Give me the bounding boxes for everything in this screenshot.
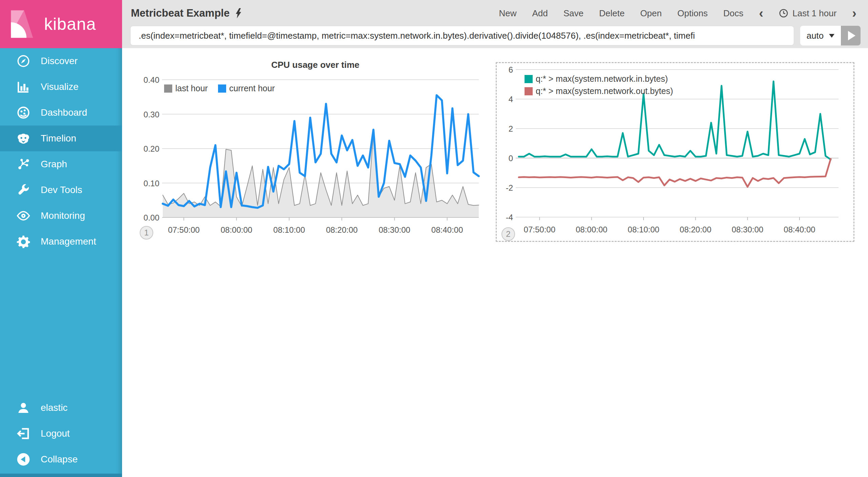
- y-axis-label: 0.40: [143, 75, 159, 84]
- gear-icon: [16, 234, 31, 249]
- interval-select[interactable]: auto: [800, 26, 841, 45]
- sidebar-item-timelion[interactable]: Timelion: [0, 126, 122, 151]
- series-line: [519, 159, 831, 187]
- topbar-menu: NewAddSaveDeleteOpenOptionsDocs‹Last 1 h…: [499, 7, 856, 20]
- bar-chart-icon: [16, 80, 31, 94]
- sidebar-item-dashboard[interactable]: Dashboard: [0, 100, 122, 126]
- x-axis-label: 08:10:00: [273, 225, 305, 234]
- sidebar-footer: elasticLogoutCollapse: [0, 395, 122, 472]
- chevron-left-icon[interactable]: ‹: [759, 7, 764, 20]
- legend-swatch: [525, 75, 533, 83]
- y-axis-label: 0.20: [143, 144, 159, 153]
- y-axis-label: -4: [506, 213, 513, 222]
- chart-legend: q:* > max(system.network.in.bytes)q:* > …: [525, 74, 673, 96]
- graph-icon: [16, 157, 31, 171]
- menu-item-add[interactable]: Add: [532, 8, 548, 19]
- kibana-logo-icon: [7, 9, 37, 39]
- legend-item: last hour: [164, 83, 208, 93]
- legend-swatch: [525, 87, 533, 95]
- x-axis-label: 08:00:00: [221, 225, 252, 234]
- sidebar-item-label: Timelion: [41, 133, 76, 144]
- chevron-down-icon: [829, 34, 834, 38]
- menu-item-options[interactable]: Options: [677, 8, 708, 19]
- x-axis-label: 08:20:00: [326, 225, 357, 234]
- lightning-bolt-icon: [235, 8, 242, 19]
- sidebar-item-management[interactable]: Management: [0, 229, 122, 254]
- sidebar-item-graph[interactable]: Graph: [0, 151, 122, 177]
- legend-label: q:* > max(system.network.out.bytes): [536, 86, 673, 96]
- compass-icon: [16, 54, 31, 68]
- sidebar-item-label: Monitoring: [41, 210, 85, 221]
- eye-icon: [16, 209, 31, 223]
- sidebar-item-label: Visualize: [41, 81, 79, 92]
- x-axis-label: 07:50:00: [168, 225, 199, 234]
- x-axis-label: 08:10:00: [628, 225, 659, 234]
- y-axis-label: -2: [506, 183, 513, 192]
- sidebar-nav: DiscoverVisualizeDashboardTimelionGraphD…: [0, 48, 122, 254]
- run-query-button[interactable]: [841, 26, 861, 45]
- legend-label: current hour: [229, 83, 275, 93]
- x-axis-label: 07:50:00: [524, 225, 555, 234]
- sidebar-item-label: elastic: [41, 402, 67, 413]
- interval-value: auto: [807, 31, 824, 41]
- menu-item-delete[interactable]: Delete: [599, 8, 625, 19]
- x-axis-label: 08:40:00: [784, 225, 815, 234]
- menu-item-new[interactable]: New: [499, 8, 516, 19]
- user-icon: [16, 401, 31, 415]
- page-title: Metricbeat Example: [131, 7, 242, 19]
- play-icon: [848, 31, 855, 40]
- sidebar-item-label: Management: [41, 236, 96, 247]
- sidebar-item-label: Discover: [41, 56, 78, 66]
- sidebar-item-elastic[interactable]: elastic: [0, 395, 122, 421]
- menu-item-open[interactable]: Open: [640, 8, 662, 19]
- x-axis-label: 08:30:00: [379, 225, 410, 234]
- legend-item: current hour: [218, 83, 275, 93]
- sidebar-item-monitoring[interactable]: Monitoring: [0, 203, 122, 229]
- kibana-wordmark: kibana: [44, 14, 96, 34]
- wrench-icon: [16, 183, 31, 197]
- main-area: Metricbeat Example NewAddSaveDeleteOpenO…: [122, 0, 868, 477]
- x-axis-label: 08:30:00: [732, 225, 763, 234]
- sidebar-item-label: Graph: [41, 159, 67, 170]
- time-range-label: Last 1 hour: [792, 8, 836, 19]
- y-axis-label: 0.00: [143, 213, 159, 222]
- chevron-right-icon[interactable]: ›: [852, 7, 856, 20]
- topbar-title-row: Metricbeat Example NewAddSaveDeleteOpenO…: [122, 0, 868, 24]
- y-axis-label: 0.10: [143, 179, 159, 188]
- timelion-query-input[interactable]: [130, 26, 794, 45]
- kibana-logo[interactable]: kibana: [0, 0, 122, 48]
- chart-legend: last hourcurrent hour: [164, 83, 275, 93]
- topbar: Metricbeat Example NewAddSaveDeleteOpenO…: [122, 0, 868, 48]
- sidebar-item-label: Dashboard: [41, 107, 87, 118]
- legend-swatch: [218, 84, 226, 93]
- legend-item: q:* > max(system.network.out.bytes): [525, 86, 673, 96]
- kibana-app: kibana DiscoverVisualizeDashboardTimelio…: [0, 0, 868, 477]
- sidebar-item-visualize[interactable]: Visualize: [0, 74, 122, 100]
- time-picker[interactable]: Last 1 hour: [779, 8, 836, 19]
- y-axis-label: 4: [509, 95, 513, 104]
- sidebar-bottom-strip: [0, 474, 122, 477]
- timelion-chart-panel-2[interactable]: 6420-2-407:50:0008:00:0008:10:0008:20:00…: [496, 62, 854, 242]
- menu-item-docs[interactable]: Docs: [723, 8, 743, 19]
- sidebar-item-collapse[interactable]: Collapse: [0, 446, 122, 472]
- sidebar: kibana DiscoverVisualizeDashboardTimelio…: [0, 0, 122, 477]
- query-row: auto: [130, 26, 861, 45]
- y-axis-label: 0.30: [143, 110, 159, 119]
- y-axis-label: 6: [509, 65, 513, 74]
- x-axis-label: 08:00:00: [576, 225, 607, 234]
- y-axis-label: 2: [509, 124, 513, 133]
- sidebar-item-label: Logout: [41, 428, 70, 439]
- collapse-icon: [16, 452, 31, 466]
- dashboard-icon: [16, 106, 31, 120]
- menu-item-save[interactable]: Save: [564, 8, 584, 19]
- legend-swatch: [164, 84, 172, 93]
- timelion-chart-panel-1[interactable]: 0.000.100.200.300.4007:50:0008:00:0008:1…: [136, 58, 495, 251]
- sidebar-item-logout[interactable]: Logout: [0, 421, 122, 446]
- chart-title: CPU usage over time: [136, 60, 495, 70]
- sidebar-item-discover[interactable]: Discover: [0, 48, 122, 74]
- logout-icon: [16, 426, 31, 441]
- lion-icon: [16, 131, 31, 146]
- page-title-text: Metricbeat Example: [131, 7, 230, 19]
- clock-icon: [779, 8, 788, 18]
- sidebar-item-dev-tools[interactable]: Dev Tools: [0, 177, 122, 203]
